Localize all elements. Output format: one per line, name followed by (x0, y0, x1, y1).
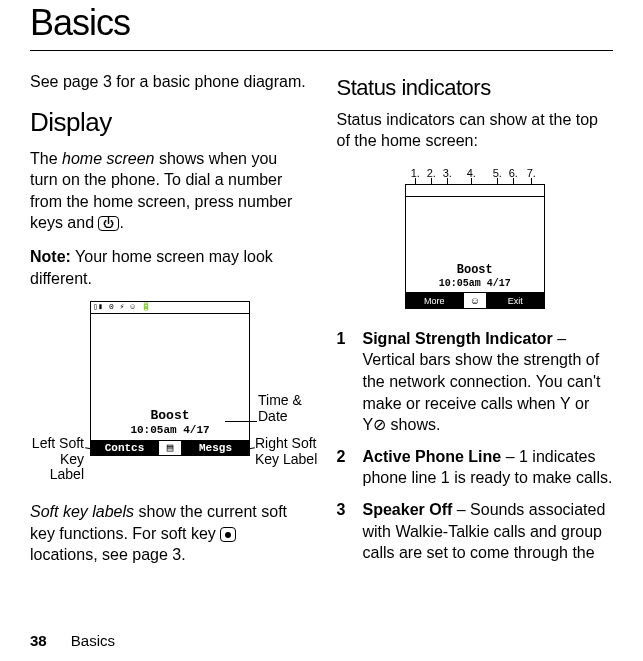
status-phone-more: More (406, 293, 463, 308)
item-title: Speaker Off (363, 501, 453, 518)
softkey-term: Soft key labels (30, 503, 134, 520)
right-softkey-label: Mesgs (182, 441, 249, 455)
item-title: Signal Strength Indicator (363, 330, 553, 347)
display-heading: Display (30, 105, 307, 140)
item-tail: shows. (386, 416, 440, 433)
page-title: Basics (30, 2, 613, 44)
right-column: Status indicators Status indicators can … (337, 71, 614, 578)
display-diagram: ▯▮ 0 ⚡ ☺ 🔋 Boost 10:05am 4/17 Contcs ▤ M… (30, 301, 307, 491)
status-phone-softbar: More ☺ Exit (406, 292, 544, 308)
status-item-2: 2 Active Phone Line – 1 indicates phone … (337, 446, 614, 489)
page-footer: 38 Basics (30, 632, 115, 649)
note-paragraph: Note: Your home screen may look differen… (30, 246, 307, 289)
title-divider (30, 50, 613, 51)
item-title: Active Phone Line (363, 448, 502, 465)
status-item-1: 1 Signal Strength Indicator – Vertical b… (337, 328, 614, 436)
item-text: Active Phone Line – 1 indicates phone li… (363, 446, 614, 489)
status-intro: Status indicators can show at the top of… (337, 109, 614, 152)
status-phone-brand: Boost (406, 262, 544, 278)
status-phone-exit: Exit (487, 293, 544, 308)
phone-softkey-bar: Contcs ▤ Mesgs (91, 440, 249, 455)
status-phone-screen: Boost 10:05am 4/17 More ☺ Exit (405, 184, 545, 309)
item-text: Signal Strength Indicator – Vertical bar… (363, 328, 614, 436)
annotation-right-softkey: Right Soft Key Label (255, 436, 325, 467)
text-run: The (30, 150, 62, 167)
annotation-time-date: Time & Date (258, 393, 313, 424)
status-item-3: 3 Speaker Off – Sounds associated with W… (337, 499, 614, 564)
annotation-left-softkey: Left Soft Key Label (24, 436, 84, 482)
phone-screen: ▯▮ 0 ⚡ ☺ 🔋 Boost 10:05am 4/17 Contcs ▤ M… (90, 301, 250, 456)
status-heading: Status indicators (337, 73, 614, 103)
item-number: 3 (337, 499, 363, 564)
phone-status-bar: ▯▮ 0 ⚡ ☺ 🔋 (91, 302, 249, 314)
call-key-icon: ⏻ (98, 216, 119, 231)
status-phone-body: Boost 10:05am 4/17 (406, 197, 544, 292)
note-label: Note: (30, 248, 71, 265)
display-paragraph: The home screen shows when you turn on t… (30, 148, 307, 234)
intro-text: See page 3 for a basic phone diagram. (30, 71, 307, 93)
annotation-line (225, 421, 257, 422)
status-diagram: 1. 2. 3. 4. 5. 6. 7. Boost 10:05 (375, 164, 575, 314)
text-run: . (119, 214, 123, 231)
item-number: 1 (337, 328, 363, 436)
antenna-icon: Y (560, 393, 571, 415)
page-number: 38 (30, 632, 47, 649)
left-column: See page 3 for a basic phone diagram. Di… (30, 71, 307, 578)
phone-time-date: 10:05am 4/17 (91, 423, 249, 438)
left-softkey-label: Contcs (91, 441, 158, 455)
text-run: locations, see page 3. (30, 546, 186, 563)
soft-key-icon (220, 527, 236, 542)
item-number: 2 (337, 446, 363, 489)
softkey-paragraph: Soft key labels show the current soft ke… (30, 501, 307, 566)
status-phone-topbar (406, 185, 544, 197)
status-phone-time: 10:05am 4/17 (406, 277, 544, 291)
item-text: Speaker Off – Sounds associated with Wal… (363, 499, 614, 564)
home-screen-term: home screen (62, 150, 155, 167)
footer-label: Basics (71, 632, 115, 649)
status-phone-mid-icon: ☺ (463, 293, 487, 308)
antenna-no-signal-icon: Y⊘ (363, 414, 387, 436)
center-softkey-icon: ▤ (158, 441, 182, 455)
